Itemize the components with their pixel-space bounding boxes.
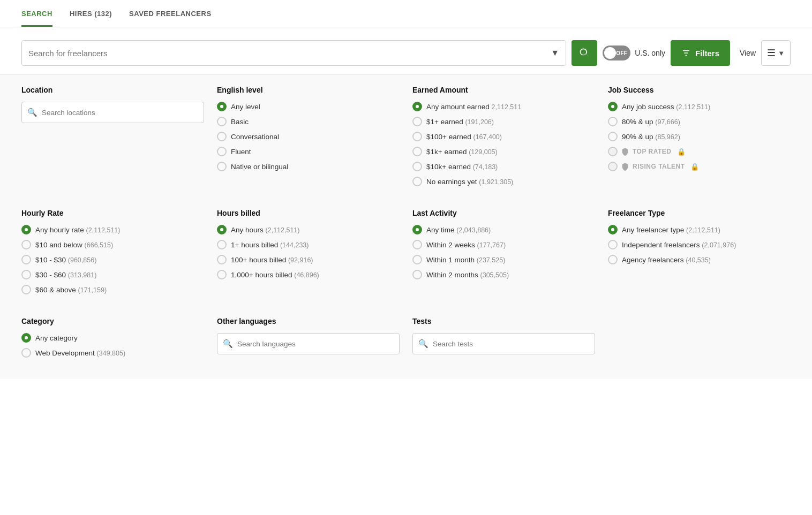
earned-1plus[interactable]: $1+ earned (191,206) xyxy=(412,117,595,126)
filters-button[interactable]: Filters xyxy=(671,40,730,66)
search-button[interactable] xyxy=(572,40,597,66)
chevron-down-icon[interactable]: ▼ xyxy=(551,48,559,58)
english-any-level[interactable]: Any level xyxy=(217,102,400,111)
english-basic[interactable]: Basic xyxy=(217,117,400,126)
filters-label: Filters xyxy=(695,49,719,58)
earned-1kplus[interactable]: $1k+ earned (129,005) xyxy=(412,147,595,156)
tab-search[interactable]: SEARCH xyxy=(21,0,52,27)
location-search-input[interactable] xyxy=(42,109,198,117)
category-any[interactable]: Any category xyxy=(21,333,204,343)
job-success-any[interactable]: Any job success (2,112,511) xyxy=(608,102,791,111)
search-box[interactable]: ▼ xyxy=(21,40,566,66)
location-search-box[interactable]: 🔍 xyxy=(21,102,204,123)
earned-any[interactable]: Any amount earned 2,112,511 xyxy=(412,102,595,111)
filter-location-title: Location xyxy=(21,86,204,94)
english-conversational-label: Conversational xyxy=(231,133,279,141)
activity-2months[interactable]: Within 2 months (305,505) xyxy=(412,270,595,279)
rate-30-60-label: $30 - $60 (313,981) xyxy=(35,271,96,279)
filter-job-success-title: Job Success xyxy=(608,86,791,94)
ftype-any[interactable]: Any freelancer type (2,112,511) xyxy=(608,225,791,234)
hours-100plus[interactable]: 100+ hours billed (92,916) xyxy=(217,255,400,264)
filter-category: Category Any category Web Development (3… xyxy=(21,317,204,363)
job-any-label: Any job success (2,112,511) xyxy=(622,103,710,111)
rate-10-below-label: $10 and below (666,515) xyxy=(35,241,113,249)
earned-10kplus[interactable]: $10k+ earned (74,183) xyxy=(412,162,595,171)
filter-earned-amount: Earned Amount Any amount earned 2,112,51… xyxy=(412,86,595,192)
radio-rate-60-above xyxy=(21,285,31,294)
radio-rate-30-60 xyxy=(21,270,31,279)
radio-rising-talent xyxy=(608,162,618,171)
lock-icon-rising-talent: 🔒 xyxy=(690,163,699,171)
filter-location: Location 🔍 xyxy=(21,86,204,192)
hours-1000plus[interactable]: 1,000+ hours billed (46,896) xyxy=(217,270,400,279)
hours-any[interactable]: Any hours (2,112,511) xyxy=(217,225,400,234)
ftype-independent[interactable]: Independent freelancers (2,071,976) xyxy=(608,240,791,249)
activity-any[interactable]: Any time (2,043,886) xyxy=(412,225,595,234)
languages-search-box[interactable]: 🔍 xyxy=(217,333,400,354)
job-success-90[interactable]: 90% & up (85,962) xyxy=(608,132,791,141)
tab-saved-freelancers[interactable]: SAVED FREELANCERS xyxy=(129,0,211,27)
radio-earned-none xyxy=(412,177,422,186)
english-native-label: Native or bilingual xyxy=(231,163,288,171)
ftype-any-label: Any freelancer type (2,112,511) xyxy=(622,226,720,234)
earned-none[interactable]: No earnings yet (1,921,305) xyxy=(412,177,595,186)
category-web-dev[interactable]: Web Development (349,805) xyxy=(21,348,204,358)
activity-1month[interactable]: Within 1 month (237,525) xyxy=(412,255,595,264)
category-web-dev-label: Web Development (349,805) xyxy=(35,349,125,357)
ftype-agency[interactable]: Agency freelancers (40,535) xyxy=(608,255,791,264)
earned-any-label: Any amount earned 2,112,511 xyxy=(426,103,521,111)
filter-job-success: Job Success Any job success (2,112,511) … xyxy=(608,86,791,192)
radio-basic xyxy=(217,117,227,126)
search-input[interactable] xyxy=(28,49,551,58)
search-area: ▼ OFF U.S. only Filters View ☰ ▼ xyxy=(0,27,812,74)
toggle-knob xyxy=(604,47,616,59)
radio-ftype-independent xyxy=(608,240,618,249)
us-only-toggle[interactable]: OFF xyxy=(603,46,630,60)
english-native[interactable]: Native or bilingual xyxy=(217,162,400,171)
rising-talent-row: RISING TALENT 🔒 xyxy=(608,162,791,171)
tests-search-box[interactable]: 🔍 xyxy=(412,333,595,354)
rate-10-30-label: $10 - $30 (960,856) xyxy=(35,256,96,264)
earned-none-label: No earnings yet (1,921,305) xyxy=(426,178,513,186)
rate-10-below[interactable]: $10 and below (666,515) xyxy=(21,240,204,249)
filter-freelancer-type-title: Freelancer Type xyxy=(608,209,791,217)
tests-search-icon: 🔍 xyxy=(418,339,428,349)
activity-2weeks[interactable]: Within 2 weeks (177,767) xyxy=(412,240,595,249)
radio-earned-10k xyxy=(412,162,422,171)
hours-100-label: 100+ hours billed (92,916) xyxy=(231,256,313,264)
hours-1-label: 1+ hours billed (144,233) xyxy=(231,241,309,249)
tab-hires[interactable]: HIRES (132) xyxy=(70,0,112,27)
rate-10-30[interactable]: $10 - $30 (960,856) xyxy=(21,255,204,264)
activity-1month-label: Within 1 month (237,525) xyxy=(426,256,505,264)
job-80-label: 80% & up (97,666) xyxy=(622,118,680,126)
english-conversational[interactable]: Conversational xyxy=(217,132,400,141)
filter-hours-billed-title: Hours billed xyxy=(217,209,400,217)
hours-1plus[interactable]: 1+ hours billed (144,233) xyxy=(217,240,400,249)
english-fluent[interactable]: Fluent xyxy=(217,147,400,156)
job-success-80[interactable]: 80% & up (97,666) xyxy=(608,117,791,126)
earned-10k-label: $10k+ earned (74,183) xyxy=(426,163,498,171)
earned-100plus[interactable]: $100+ earned (167,400) xyxy=(412,132,595,141)
tests-search-input[interactable] xyxy=(433,340,589,348)
radio-native xyxy=(217,162,227,171)
filter-hours-billed: Hours billed Any hours (2,112,511) 1+ ho… xyxy=(217,209,400,300)
radio-job-any xyxy=(608,102,618,111)
rate-30-60[interactable]: $30 - $60 (313,981) xyxy=(21,270,204,279)
view-selector[interactable]: ☰ ▼ xyxy=(761,40,791,66)
rate-60-above[interactable]: $60 & above (171,159) xyxy=(21,285,204,294)
rate-60-above-label: $60 & above (171,159) xyxy=(35,286,107,294)
languages-search-input[interactable] xyxy=(237,340,394,348)
english-fluent-label: Fluent xyxy=(231,148,251,156)
hours-1000-label: 1,000+ hours billed (46,896) xyxy=(231,271,319,279)
radio-earned-any xyxy=(412,102,422,111)
filter-grid: Location 🔍 English level Any level Basic… xyxy=(21,86,791,363)
rate-any[interactable]: Any hourly rate (2,112,511) xyxy=(21,225,204,234)
radio-earned-1 xyxy=(412,117,422,126)
filter-languages-title: Other languages xyxy=(217,317,400,325)
activity-2months-label: Within 2 months (305,505) xyxy=(426,271,509,279)
radio-rate-10-below xyxy=(21,240,31,249)
radio-category-web-dev xyxy=(21,348,31,358)
filter-tests-title: Tests xyxy=(412,317,595,325)
shield-icon-top-rated xyxy=(621,147,629,156)
filter-last-activity-title: Last Activity xyxy=(412,209,595,217)
